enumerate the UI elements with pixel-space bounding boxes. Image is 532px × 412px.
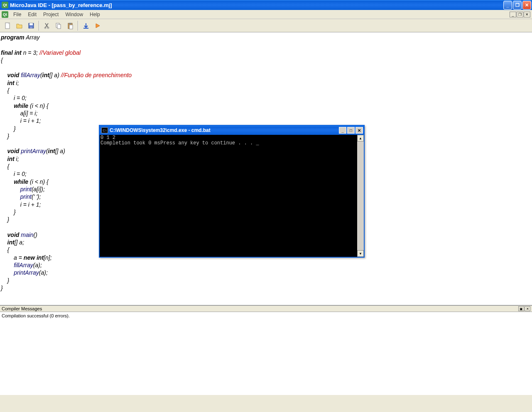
menubar: Qt File Edit Project Window Help _ ❐ ✕ <box>0 10 532 19</box>
doc-close-button[interactable]: ✕ <box>524 12 530 17</box>
svg-rect-10 <box>69 25 73 29</box>
toolbar <box>0 19 532 32</box>
open-file-button[interactable] <box>14 20 25 31</box>
scroll-track[interactable] <box>357 141 364 250</box>
compiler-messages-panel: Compiler Messages ▣ ✕ Compilation succes… <box>0 305 532 395</box>
compiler-panel-titlebar: Compiler Messages ▣ ✕ <box>0 306 532 312</box>
compiler-output: Compilation successful (0 errors). <box>0 312 532 319</box>
svg-rect-7 <box>57 24 61 29</box>
svg-rect-2 <box>29 23 33 25</box>
cmd-minimize-button[interactable]: _ <box>339 127 346 134</box>
maximize-button[interactable]: ❐ <box>513 1 522 10</box>
menu-edit[interactable]: Edit <box>25 11 40 18</box>
statusbar <box>0 395 532 412</box>
cmd-icon: C:\ <box>101 127 108 133</box>
paste-button[interactable] <box>65 20 76 31</box>
svg-rect-3 <box>30 27 32 28</box>
new-file-button[interactable] <box>2 20 13 31</box>
menu-help[interactable]: Help <box>86 11 103 18</box>
window-title: MicroJava IDE - [pass_by_reference.mj] <box>10 2 503 8</box>
cmd-close-button[interactable]: ✕ <box>355 127 363 134</box>
cmd-titlebar[interactable]: C:\ C:\WINDOWS\system32\cmd.exe - cmd.ba… <box>100 126 364 135</box>
copy-button[interactable] <box>53 20 64 31</box>
cmd-window[interactable]: C:\ C:\WINDOWS\system32\cmd.exe - cmd.ba… <box>99 125 365 258</box>
menu-window[interactable]: Window <box>62 11 86 18</box>
compile-button[interactable] <box>81 20 91 31</box>
panel-close-button[interactable]: ✕ <box>525 306 530 311</box>
scroll-down-button[interactable]: ▼ <box>357 250 364 257</box>
doc-minimize-button[interactable]: _ <box>510 12 516 17</box>
app-icon: Qt <box>2 2 8 8</box>
cmd-scrollbar[interactable]: ▲ ▼ <box>357 135 364 257</box>
cmd-maximize-button[interactable]: □ <box>347 127 355 134</box>
menu-project[interactable]: Project <box>40 11 62 18</box>
svg-rect-9 <box>69 23 71 24</box>
cut-button[interactable] <box>42 20 52 31</box>
svg-rect-11 <box>83 28 88 29</box>
minimize-button[interactable]: _ <box>503 1 512 10</box>
menu-file[interactable]: File <box>10 11 25 18</box>
main-titlebar: Qt MicroJava IDE - [pass_by_reference.mj… <box>0 0 532 10</box>
scroll-up-button[interactable]: ▲ <box>357 135 364 141</box>
run-button[interactable] <box>92 20 103 31</box>
cmd-title: C:\WINDOWS\system32\cmd.exe - cmd.bat <box>110 127 339 133</box>
close-button[interactable]: ✕ <box>522 1 531 10</box>
qt-icon: Qt <box>2 11 8 18</box>
save-file-button[interactable] <box>26 20 37 31</box>
cmd-output[interactable]: 0 1 2 Completion took 0 msPress any key … <box>100 135 357 257</box>
compiler-panel-title: Compiler Messages <box>2 306 42 311</box>
doc-restore-button[interactable]: ❐ <box>517 12 523 17</box>
panel-dock-button[interactable]: ▣ <box>518 306 524 311</box>
